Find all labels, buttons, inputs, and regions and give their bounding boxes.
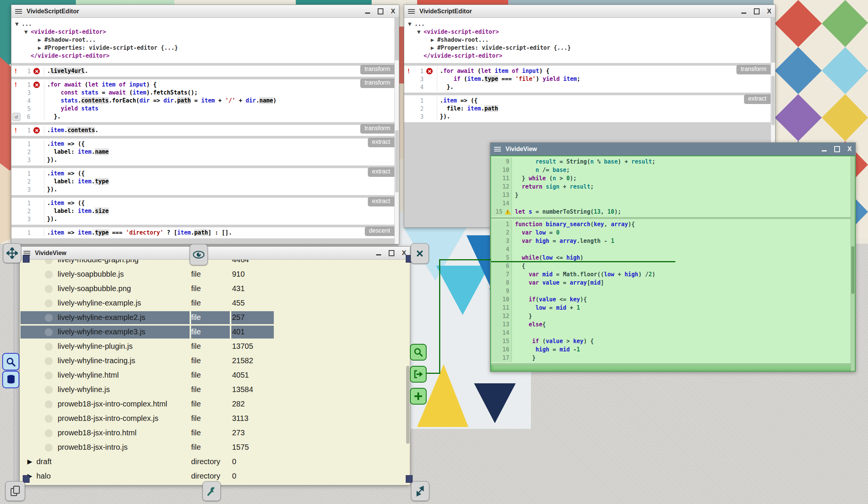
scrollbar[interactable] (406, 366, 410, 444)
tree-node[interactable]: ▶#shadow-root... (11, 36, 394, 44)
halo-connect-output-button[interactable] (410, 366, 427, 383)
halo-close-button[interactable] (411, 243, 429, 264)
tree-node[interactable]: ▼... (404, 20, 771, 28)
collapse-arrow-icon[interactable]: ▼ (417, 28, 424, 36)
scrollbar[interactable] (394, 60, 399, 244)
error-badge-icon[interactable] (426, 68, 433, 74)
maximize-button[interactable] (389, 250, 394, 256)
tree-node[interactable]: </vivide-script-editor> (404, 52, 771, 60)
script-step-editor[interactable]: transform!1.item.contents. (11, 125, 394, 136)
file-row[interactable]: lively-whyline-tracing.jsfile21582 (20, 354, 410, 368)
file-row[interactable]: lively-whyline-example3.jsfile401 (20, 325, 410, 339)
titlebar[interactable]: VivideScriptEditor X (11, 5, 399, 18)
script-step-editor[interactable]: descent1.item => item.type === 'director… (11, 227, 394, 238)
file-row[interactable]: lively-whyline.htmlfile4051 (20, 368, 410, 383)
file-row[interactable]: lively-soapbubble.pngfile431 (20, 282, 410, 296)
titlebar[interactable]: VivideView X (490, 143, 855, 156)
halo-wrench-button[interactable] (202, 481, 221, 501)
menu-icon[interactable] (494, 147, 501, 151)
window-vivide-script-editor-left[interactable]: VivideScriptEditor X ▼...▼<vivide-script… (11, 5, 399, 244)
code-pane[interactable]: 1function binary_search(key, array){2 va… (491, 219, 855, 365)
minimize-button[interactable] (376, 254, 381, 255)
menu-icon[interactable] (408, 9, 415, 14)
code-line: 3 var high = array.length - 1 (491, 237, 855, 245)
halo-resize-handle-bottom-left[interactable] (23, 475, 30, 483)
dom-inspector-tree[interactable]: ▼...▼<vivide-script-editor>▶#shadow-root… (404, 18, 771, 63)
close-button[interactable]: X (848, 146, 852, 152)
minimize-button[interactable] (822, 150, 827, 151)
dataflow-connector-line (439, 259, 440, 373)
collapse-arrow-icon[interactable]: ▼ (15, 20, 22, 28)
tree-node[interactable]: ▼<vivide-script-editor> (11, 28, 394, 36)
halo-search-button[interactable] (410, 344, 427, 361)
file-row[interactable]: lively-whyline-example.jsfile455 (20, 296, 410, 310)
tree-node[interactable]: </vivide-script-editor> (11, 52, 394, 60)
tree-node[interactable]: ▼... (11, 20, 394, 28)
script-step-editor[interactable]: transform!1.lively4url. (11, 66, 394, 77)
file-row[interactable]: lively-whyline-example2.jsfile257 (20, 310, 410, 325)
halo-resize-button[interactable] (411, 481, 429, 501)
expand-arrow-icon[interactable]: ▶ (38, 44, 44, 52)
file-row[interactable]: proweb18-jsx-intro.jsfile1575 (20, 440, 410, 455)
error-badge-icon[interactable] (33, 68, 40, 74)
titlebar[interactable]: VivideView X (20, 247, 410, 260)
halo-eye-button[interactable] (190, 244, 208, 265)
code-line: 3}). (11, 215, 394, 223)
expand-arrow-icon[interactable]: ▶ (431, 36, 437, 44)
halo-copy-button[interactable] (5, 481, 25, 501)
undo-icon[interactable]: ↺ (12, 113, 20, 121)
sidebar-data-source-button[interactable] (2, 371, 19, 388)
titlebar[interactable]: VivideScriptEditor X (404, 5, 775, 18)
code-line: 3 const stats = await (item).fetchStats(… (11, 89, 394, 97)
collapse-arrow-icon[interactable]: ▼ (408, 20, 414, 28)
code-pane[interactable]: 9 result = String(n % base) + result;10 … (491, 156, 855, 219)
tree-node[interactable]: ▶#Properties: vivide-script-editor {...} (404, 44, 771, 52)
halo-resize-handle-top-left[interactable] (23, 255, 30, 263)
file-row[interactable]: proweb18-jsx-intro-complex.htmlfile282 (20, 397, 410, 411)
code-line: 10 n /= base; (491, 166, 855, 174)
tree-node[interactable]: ▶#Properties: vivide-script-editor {...} (11, 44, 394, 52)
script-step-editor[interactable]: transform!1.for await (let item of input… (404, 66, 771, 93)
expand-arrow-icon[interactable]: ▶ (27, 458, 32, 466)
halo-add-view-button[interactable] (410, 388, 427, 405)
close-button[interactable]: X (391, 8, 395, 14)
script-step-editor[interactable]: extract1.item => ({2 label: item.name3})… (11, 139, 394, 165)
collapse-arrow-icon[interactable]: ▼ (24, 28, 31, 36)
menu-icon[interactable] (24, 251, 30, 255)
file-row[interactable]: lively-whyline-plugin.jsfile13705 (20, 339, 410, 354)
script-step-editor[interactable]: extract1.item => ({2 label: item.type3})… (11, 168, 394, 195)
sidebar-search-button[interactable] (2, 353, 19, 370)
minimize-button[interactable] (365, 13, 370, 14)
line-number: 10 (502, 167, 512, 173)
error-badge-icon[interactable] (33, 82, 40, 88)
file-row[interactable]: lively-module-graph.pngfile4464 (20, 260, 410, 267)
halo-move-button[interactable] (3, 243, 21, 263)
maximize-button[interactable] (834, 146, 840, 152)
expand-arrow-icon[interactable]: ▶ (431, 44, 437, 52)
script-step-editor[interactable]: extract1.item => ({2 file: item.path3}). (404, 95, 771, 122)
tree-node[interactable]: ▼<vivide-script-editor> (404, 28, 771, 36)
tree-node[interactable]: ▶#shadow-root... (404, 36, 771, 44)
warning-icon[interactable]: ! (505, 209, 511, 214)
script-step-editor[interactable]: extract1.item => ({2 label: item.size3})… (11, 198, 394, 225)
maximize-button[interactable] (378, 8, 383, 14)
directory-row[interactable]: ▶draftdirectory0 (20, 455, 410, 469)
window-vivide-view-code[interactable]: VivideView X 9 result = String(n % base)… (490, 142, 856, 372)
halo-resize-handle-bottom-right[interactable] (406, 475, 413, 483)
script-step-type-badge: transform (736, 65, 771, 74)
file-row[interactable]: lively-soapbubble.jsfile910 (20, 267, 410, 282)
maximize-button[interactable] (754, 8, 760, 14)
file-row[interactable]: proweb18-jsx-intro-complex.jsfile3113 (20, 411, 410, 426)
close-button[interactable]: X (767, 8, 771, 14)
dom-inspector-tree[interactable]: ▼...▼<vivide-script-editor>▶#shadow-root… (11, 18, 394, 63)
file-row[interactable]: lively-whyline.jsfile13584 (20, 383, 410, 397)
window-vivide-view-list[interactable]: VivideView X lively-module-graph.pngfile… (19, 246, 410, 485)
scrollbar[interactable] (851, 156, 855, 371)
minimize-button[interactable] (741, 13, 746, 14)
menu-icon[interactable] (15, 9, 22, 14)
script-step-editor[interactable]: transform!1.for await (let item of input… (11, 79, 394, 122)
line-number: 3 (21, 157, 31, 164)
expand-arrow-icon[interactable]: ▶ (38, 36, 44, 44)
file-row[interactable]: proweb18-jsx-intro.htmlfile273 (20, 426, 410, 440)
error-badge-icon[interactable] (33, 127, 40, 134)
